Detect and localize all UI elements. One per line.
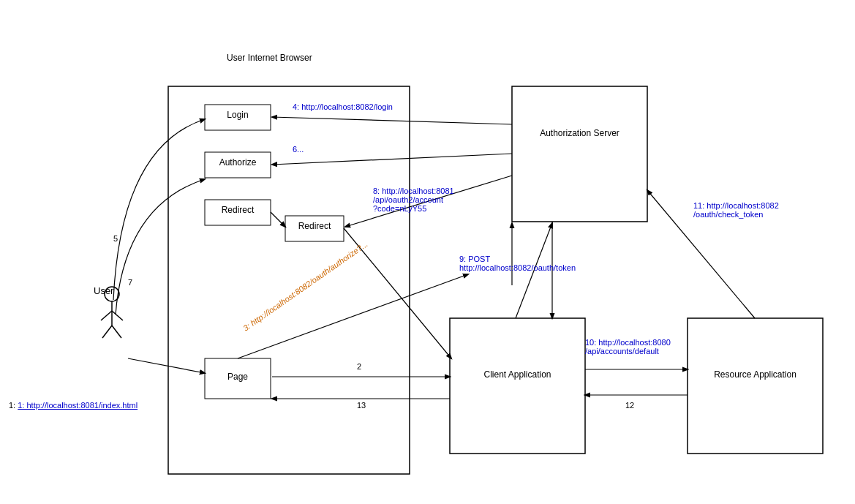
svg-line-9 [272, 117, 512, 124]
redirect1-box-label: Redirect [205, 205, 271, 215]
user-figure: User [94, 285, 113, 296]
svg-rect-1 [512, 86, 647, 222]
step-7: 7 [128, 278, 132, 287]
redirect2-box-label: Redirect [285, 221, 344, 231]
svg-line-27 [101, 311, 112, 320]
step-8: 8: http://localhost:8081/api/oauth2/acco… [373, 187, 454, 213]
authorize-box-label: Authorize [205, 157, 271, 168]
svg-line-10 [272, 154, 512, 165]
svg-line-23 [271, 212, 285, 227]
step-2: 2 [357, 362, 361, 371]
step-11: 11: http://localhost:8082/oauth/check_to… [693, 201, 779, 219]
step-5: 5 [113, 234, 118, 243]
step-10: 10: http://localhost:8080/api/accounts/d… [585, 338, 671, 356]
svg-line-29 [102, 326, 112, 338]
login-box-label: Login [205, 110, 271, 120]
step-6: 6... [293, 145, 304, 154]
step-12: 12 [625, 401, 634, 410]
step-4: 4: http://localhost:8082/login [293, 102, 393, 111]
step-9: 9: POSThttp://localhost:8082/oauth/token [459, 255, 576, 272]
auth-server-box-label: Authorization Server [512, 128, 647, 138]
browser-label: User Internet Browser [227, 53, 312, 63]
step-1: 1: 1: http://localhost:8081/index.html [9, 401, 138, 410]
svg-point-25 [105, 287, 119, 301]
svg-line-28 [112, 311, 123, 320]
svg-line-30 [112, 326, 121, 338]
step-13: 13 [357, 401, 366, 410]
